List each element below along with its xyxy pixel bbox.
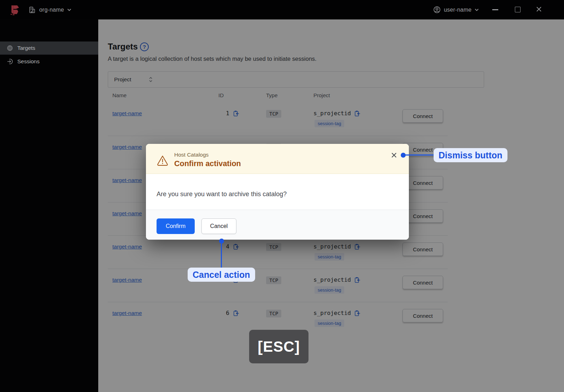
- chevron-down-icon: [67, 8, 71, 11]
- confirm-button[interactable]: Confirm: [157, 218, 195, 234]
- cancel-button[interactable]: Cancel: [201, 218, 236, 234]
- sidebar-item-sessions[interactable]: Sessions: [0, 55, 98, 68]
- topbar: org-name user-name: [0, 0, 564, 19]
- warning-triangle-icon: [157, 154, 169, 166]
- window-minimize-button[interactable]: [492, 9, 498, 10]
- app-window: org-name user-name: [0, 0, 564, 392]
- user-name-label: user-name: [444, 7, 471, 13]
- user-menu[interactable]: user-name: [433, 0, 479, 19]
- login-arrow-icon: [7, 59, 13, 64]
- sidebar-item-label: Targets: [17, 45, 35, 51]
- dialog-title: Confirm activation: [174, 159, 241, 168]
- dialog-footer: Confirm Cancel: [146, 210, 409, 240]
- org-name-label: org-name: [39, 7, 64, 13]
- user-icon: [433, 6, 441, 13]
- dialog-dismiss-button[interactable]: [390, 151, 398, 160]
- cancel-annotation-line: [221, 241, 222, 268]
- window-maximize-button[interactable]: [515, 7, 521, 12]
- sidebar-item-label: Sessions: [17, 58, 40, 65]
- dialog-message: Are you sure you want to archive this ca…: [157, 191, 287, 198]
- target-icon: [7, 45, 13, 51]
- sidebar-item-targets[interactable]: Targets: [0, 41, 98, 55]
- dismiss-annotation-line: [403, 154, 434, 156]
- cancel-annotation-label: Cancel action: [188, 268, 255, 282]
- building-icon: [28, 6, 36, 14]
- confirm-dialog: Host Catalogs Confirm activation Are you…: [146, 144, 409, 240]
- window-close-button[interactable]: [535, 6, 543, 13]
- org-switcher[interactable]: org-name: [28, 0, 71, 19]
- dialog-header: Host Catalogs Confirm activation: [146, 144, 409, 174]
- close-icon: [390, 152, 398, 159]
- dismiss-annotation-label: Dismiss button: [434, 148, 507, 162]
- close-icon: [536, 6, 542, 12]
- chevron-down-icon: [475, 8, 479, 11]
- dialog-eyebrow: Host Catalogs: [174, 152, 208, 158]
- sidebar: Targets Sessions: [0, 19, 98, 392]
- boundary-logo-icon: [9, 4, 21, 16]
- esc-key-badge: [ESC]: [249, 330, 309, 363]
